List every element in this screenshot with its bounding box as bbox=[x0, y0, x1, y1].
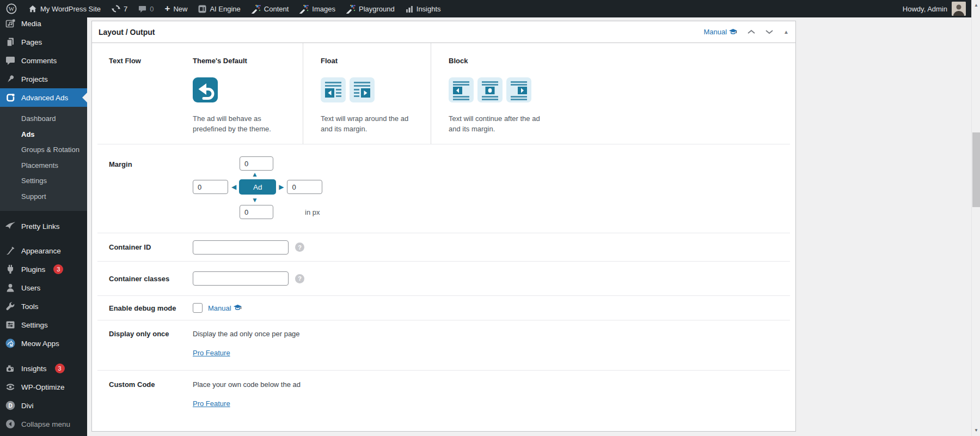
margin-bottom-input[interactable] bbox=[240, 205, 273, 219]
submenu-item-dashboard[interactable]: Dashboard bbox=[0, 111, 87, 127]
pages-icon bbox=[4, 37, 16, 47]
wordpress-logo[interactable]: W bbox=[0, 0, 23, 17]
submenu-item-ads[interactable]: Ads bbox=[0, 127, 87, 143]
display-only-once-label: Display only once bbox=[109, 330, 193, 370]
update-count: 7 bbox=[124, 5, 127, 13]
panel-collapse-toggle[interactable]: ▲ bbox=[783, 29, 789, 35]
triangle-left-icon: ◀ bbox=[231, 184, 236, 190]
user-icon bbox=[4, 282, 16, 293]
manual-link[interactable]: Manual bbox=[703, 28, 737, 36]
move-up-button[interactable] bbox=[748, 29, 755, 34]
scrollbar-up-arrow[interactable]: ▲ bbox=[972, 1, 980, 10]
sidebar-item-comments[interactable]: Comments bbox=[0, 51, 87, 70]
admin-sidebar: Media Pages Comments Projects Advanced A… bbox=[0, 17, 87, 436]
wp-optimize-icon bbox=[4, 382, 16, 392]
triangle-right-icon: ▶ bbox=[279, 184, 284, 190]
pro-feature-link[interactable]: Pro Feature bbox=[193, 349, 230, 357]
pushpin-icon bbox=[4, 74, 16, 84]
sidebar-item-label: Advanced Ads bbox=[21, 94, 68, 102]
insights-menu[interactable]: Insights bbox=[400, 0, 446, 17]
new-content-menu[interactable]: + New bbox=[159, 0, 193, 17]
wordpress-logo-icon: W bbox=[5, 3, 17, 15]
help-icon[interactable]: ? bbox=[295, 274, 304, 283]
sidebar-item-appearance[interactable]: Appearance bbox=[0, 241, 87, 260]
page-scrollbar[interactable]: ▲ ▼ bbox=[971, 0, 980, 436]
content-menu[interactable]: Content bbox=[246, 0, 295, 17]
sidebar-item-projects[interactable]: Projects bbox=[0, 70, 87, 88]
help-icon[interactable]: ? bbox=[295, 243, 304, 252]
plus-icon: + bbox=[164, 4, 170, 13]
panel-header: Layout / Output Manual ▲ bbox=[92, 21, 795, 43]
playground-menu[interactable]: Playground bbox=[341, 0, 400, 17]
sidebar-item-tools[interactable]: Tools bbox=[0, 297, 87, 316]
container-id-label: Container ID bbox=[109, 243, 193, 251]
account-menu[interactable]: Howdy, Admin bbox=[897, 0, 971, 17]
sidebar-item-advanced-ads[interactable]: Advanced Ads bbox=[0, 88, 87, 107]
new-label: New bbox=[173, 5, 187, 13]
site-name-menu[interactable]: My WordPress Site bbox=[23, 0, 106, 17]
margin-top-input[interactable] bbox=[240, 156, 273, 171]
margin-label: Margin bbox=[109, 156, 193, 233]
sidebar-item-wp-optimize[interactable]: WP-Optimize bbox=[0, 378, 87, 396]
scrollbar-down-arrow[interactable]: ▼ bbox=[972, 426, 980, 435]
sidebar-item-label: Meow Apps bbox=[21, 340, 59, 348]
manual-label: Manual bbox=[208, 304, 231, 312]
images-menu[interactable]: Images bbox=[294, 0, 341, 17]
debug-mode-checkbox[interactable] bbox=[193, 303, 203, 313]
sidebar-item-label: Insights bbox=[21, 365, 47, 373]
text-flow-option-block[interactable]: Block Text will continue after the ad an… bbox=[431, 43, 559, 144]
updates-menu[interactable]: 7 bbox=[106, 0, 133, 17]
sidebar-item-plugins[interactable]: Plugins 3 bbox=[0, 260, 87, 278]
updates-icon bbox=[112, 4, 120, 13]
container-id-input[interactable] bbox=[193, 240, 289, 255]
sidebar-item-meow-apps[interactable]: M Meow Apps bbox=[0, 334, 87, 353]
pro-feature-link[interactable]: Pro Feature bbox=[193, 399, 230, 408]
sidebar-item-settings[interactable]: Settings bbox=[0, 316, 87, 334]
sidebar-item-insights[interactable]: Insights 3 bbox=[0, 359, 87, 378]
text-flow-row: Text Flow Theme's Default The ad will be… bbox=[97, 43, 790, 144]
admin-bar: W My WordPress Site 7 0 + New AI Engine … bbox=[0, 0, 971, 17]
magic-wand-icon bbox=[346, 4, 356, 14]
bar-chart-icon bbox=[406, 5, 413, 13]
svg-text:W: W bbox=[9, 5, 15, 12]
svg-text:M: M bbox=[10, 343, 13, 347]
margin-right-input[interactable] bbox=[287, 180, 322, 194]
magic-wand-icon bbox=[252, 4, 261, 14]
sidebar-item-pages[interactable]: Pages bbox=[0, 33, 87, 51]
submenu-item-groups-rotation[interactable]: Groups & Rotation bbox=[0, 142, 87, 158]
block-center-icon bbox=[477, 77, 503, 102]
ai-engine-label: AI Engine bbox=[210, 5, 240, 13]
sidebar-item-pretty-links[interactable]: Pretty Links bbox=[0, 217, 87, 235]
debug-manual-link[interactable]: Manual bbox=[208, 304, 242, 312]
home-icon bbox=[28, 5, 37, 13]
admin-content-area: Layout / Output Manual ▲ Text Flow Theme… bbox=[87, 17, 971, 436]
submenu-item-support[interactable]: Support bbox=[0, 189, 87, 205]
submenu-item-placements[interactable]: Placements bbox=[0, 158, 87, 174]
site-name: My WordPress Site bbox=[40, 5, 101, 13]
media-icon bbox=[4, 18, 16, 29]
custom-code-description: Place your own code below the ad bbox=[193, 380, 301, 389]
sidebar-item-divi[interactable]: D Divi bbox=[0, 396, 87, 415]
scrollbar-thumb[interactable] bbox=[972, 132, 980, 207]
sidebar-item-users[interactable]: Users bbox=[0, 278, 87, 297]
collapse-menu-label: Collapse menu bbox=[21, 420, 70, 428]
images-label: Images bbox=[312, 5, 335, 13]
option-title: Block bbox=[449, 57, 559, 65]
howdy-label: Howdy, Admin bbox=[903, 5, 947, 13]
ai-engine-menu[interactable]: AI Engine bbox=[193, 0, 246, 17]
sidebar-item-label: Appearance bbox=[21, 247, 61, 255]
paintbrush-icon bbox=[4, 245, 16, 256]
margin-left-input[interactable] bbox=[193, 180, 228, 194]
move-down-button[interactable] bbox=[765, 29, 773, 34]
block-left-icon bbox=[449, 77, 474, 102]
text-flow-option-float[interactable]: Float Text will wrap around the ad and i… bbox=[303, 43, 431, 144]
plugins-update-badge: 3 bbox=[53, 264, 63, 274]
submenu-item-settings[interactable]: Settings bbox=[0, 173, 87, 189]
collapse-menu-button[interactable]: Collapse menu bbox=[0, 415, 87, 433]
triangle-up-icon: ▲ bbox=[252, 171, 322, 178]
sidebar-item-label: Pages bbox=[21, 38, 42, 46]
container-classes-input[interactable] bbox=[193, 271, 289, 286]
advanced-ads-submenu: Dashboard Ads Groups & Rotation Placemen… bbox=[0, 107, 87, 211]
comments-menu[interactable]: 0 bbox=[133, 0, 159, 17]
text-flow-option-theme-default[interactable]: Theme's Default The ad will behave as pr… bbox=[193, 43, 303, 144]
